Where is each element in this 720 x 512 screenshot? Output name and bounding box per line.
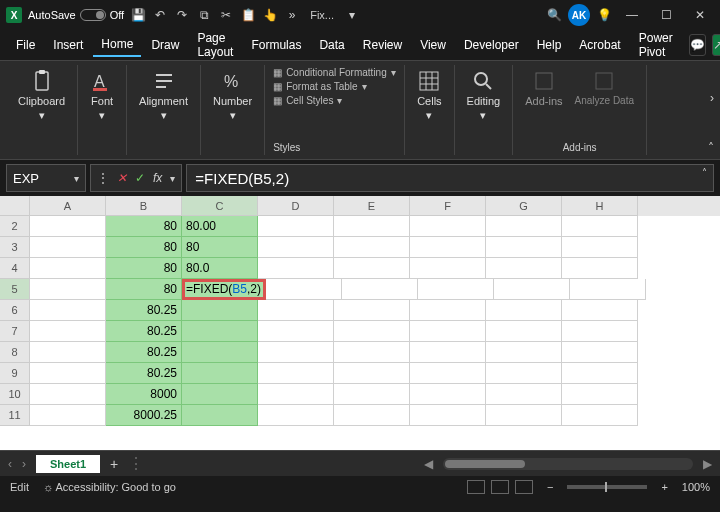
cell-H7[interactable] [562, 321, 638, 342]
cell-H5[interactable] [570, 279, 646, 300]
column-header-F[interactable]: F [410, 196, 486, 216]
row-header-2[interactable]: 2 [0, 216, 30, 237]
cells-button[interactable]: Cells ▾ [413, 67, 445, 124]
cut-icon[interactable]: ✂ [218, 7, 234, 23]
cell-B10[interactable]: 8000 [106, 384, 182, 405]
row-header-6[interactable]: 6 [0, 300, 30, 321]
cell-G11[interactable] [486, 405, 562, 426]
paste-icon[interactable]: 📋 [240, 7, 256, 23]
cell-B5[interactable]: 80 [106, 279, 182, 300]
cell-E7[interactable] [334, 321, 410, 342]
cell-F11[interactable] [410, 405, 486, 426]
addins-button[interactable]: Add-ins [521, 67, 566, 109]
cell-C3[interactable]: 80 [182, 237, 258, 258]
font-button[interactable]: A Font ▾ [86, 67, 118, 124]
cell-H4[interactable] [562, 258, 638, 279]
cell-E5[interactable] [342, 279, 418, 300]
conditional-formatting-button[interactable]: ▦Conditional Formatting ▾ [273, 67, 396, 78]
row-header-7[interactable]: 7 [0, 321, 30, 342]
accessibility-status[interactable]: ☼ Accessibility: Good to go [43, 481, 176, 493]
cell-B2[interactable]: 80 [106, 216, 182, 237]
menu-developer[interactable]: Developer [456, 34, 527, 56]
cell-D5[interactable] [266, 279, 342, 300]
zoom-percent[interactable]: 100% [682, 481, 710, 493]
cell-A2[interactable] [30, 216, 106, 237]
name-box[interactable]: EXP ▾ [6, 164, 86, 192]
menu-formulas[interactable]: Formulas [243, 34, 309, 56]
menu-insert[interactable]: Insert [45, 34, 91, 56]
cell-H8[interactable] [562, 342, 638, 363]
cell-A7[interactable] [30, 321, 106, 342]
cell-A6[interactable] [30, 300, 106, 321]
cell-F7[interactable] [410, 321, 486, 342]
close-button[interactable]: ✕ [686, 1, 714, 29]
zoom-in-button[interactable]: + [661, 481, 667, 493]
ribbon-more-icon[interactable]: › [710, 91, 714, 105]
autosave-toggle[interactable]: AutoSave Off [28, 9, 124, 21]
save-icon[interactable]: 💾 [130, 7, 146, 23]
minimize-button[interactable]: — [618, 1, 646, 29]
menu-review[interactable]: Review [355, 34, 410, 56]
menu-home[interactable]: Home [93, 33, 141, 57]
cell-F2[interactable] [410, 216, 486, 237]
cell-F6[interactable] [410, 300, 486, 321]
add-sheet-button[interactable]: + [110, 456, 118, 472]
zoom-slider[interactable] [567, 485, 647, 489]
analyze-data-button[interactable]: Analyze Data [571, 67, 638, 109]
confirm-formula-button[interactable]: ✓ [135, 171, 145, 185]
cell-G7[interactable] [486, 321, 562, 342]
column-header-G[interactable]: G [486, 196, 562, 216]
comments-button[interactable]: 💬 [689, 34, 706, 56]
hscroll-right[interactable]: ▶ [703, 457, 712, 471]
share-button[interactable]: ↗ [712, 34, 720, 56]
cell-C7[interactable] [182, 321, 258, 342]
cell-D7[interactable] [258, 321, 334, 342]
cell-E6[interactable] [334, 300, 410, 321]
cell-E9[interactable] [334, 363, 410, 384]
page-layout-view-button[interactable] [491, 480, 509, 494]
cell-B4[interactable]: 80 [106, 258, 182, 279]
cell-H10[interactable] [562, 384, 638, 405]
cancel-formula-button[interactable]: ✕ [117, 171, 127, 185]
redo-icon[interactable]: ↷ [174, 7, 190, 23]
row-header-9[interactable]: 9 [0, 363, 30, 384]
menu-view[interactable]: View [412, 34, 454, 56]
cell-C8[interactable] [182, 342, 258, 363]
cell-F4[interactable] [410, 258, 486, 279]
cell-E2[interactable] [334, 216, 410, 237]
menu-acrobat[interactable]: Acrobat [571, 34, 628, 56]
collapse-ribbon-icon[interactable]: ˄ [708, 141, 714, 155]
cell-C10[interactable] [182, 384, 258, 405]
cell-D8[interactable] [258, 342, 334, 363]
touch-icon[interactable]: 👆 [262, 7, 278, 23]
maximize-button[interactable]: ☐ [652, 1, 680, 29]
cell-D9[interactable] [258, 363, 334, 384]
editing-button[interactable]: Editing ▾ [463, 67, 505, 124]
cell-C2[interactable]: 80.00 [182, 216, 258, 237]
cell-B7[interactable]: 80.25 [106, 321, 182, 342]
cell-F5[interactable] [418, 279, 494, 300]
zoom-out-button[interactable]: − [547, 481, 553, 493]
cell-H9[interactable] [562, 363, 638, 384]
cell-D4[interactable] [258, 258, 334, 279]
cell-D3[interactable] [258, 237, 334, 258]
cell-E10[interactable] [334, 384, 410, 405]
cell-D11[interactable] [258, 405, 334, 426]
clipboard-button[interactable]: Clipboard ▾ [14, 67, 69, 124]
row-header-3[interactable]: 3 [0, 237, 30, 258]
cell-G2[interactable] [486, 216, 562, 237]
column-header-D[interactable]: D [258, 196, 334, 216]
sheet-tab-sheet1[interactable]: Sheet1 [36, 455, 100, 473]
expand-formula-icon[interactable]: ˄ [702, 167, 707, 178]
cell-B3[interactable]: 80 [106, 237, 182, 258]
cell-C4[interactable]: 80.0 [182, 258, 258, 279]
row-header-5[interactable]: 5 [0, 279, 30, 300]
cell-B8[interactable]: 80.25 [106, 342, 182, 363]
cell-E11[interactable] [334, 405, 410, 426]
cell-A9[interactable] [30, 363, 106, 384]
cell-C6[interactable] [182, 300, 258, 321]
cell-G3[interactable] [486, 237, 562, 258]
cell-C5[interactable]: =FIXED(B5,2) [182, 279, 266, 300]
undo-icon[interactable]: ↶ [152, 7, 168, 23]
cell-G5[interactable] [494, 279, 570, 300]
